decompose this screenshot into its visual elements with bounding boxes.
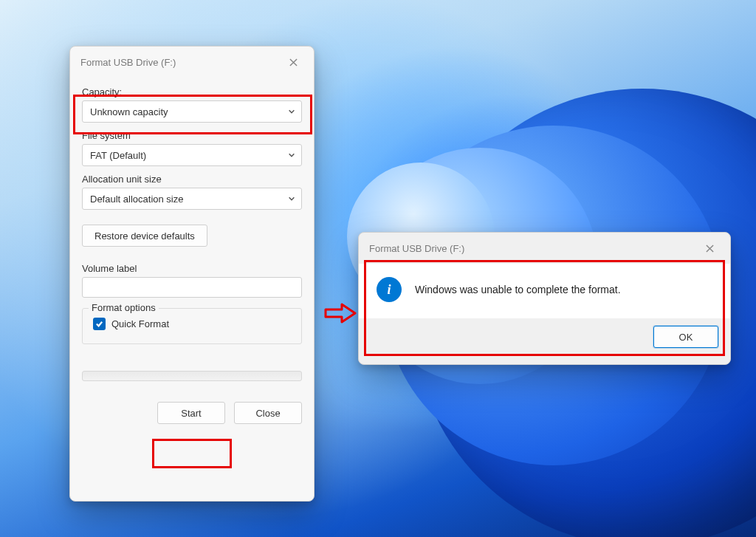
chevron-down-icon — [288, 194, 295, 205]
format-options-title: Format options — [89, 302, 159, 313]
close-button[interactable]: Close — [234, 402, 302, 424]
error-message: Windows was unable to complete the forma… — [415, 284, 621, 295]
error-dialog-titlebar[interactable]: Format USB Drive (F:) — [359, 233, 730, 264]
volume-label-label: Volume label — [82, 263, 302, 274]
format-dialog-window: Format USB Drive (F:) Capacity: Unknown … — [69, 46, 315, 502]
info-icon: i — [377, 277, 402, 302]
quick-format-label: Quick Format — [111, 318, 169, 329]
filesystem-label: File system — [82, 130, 302, 141]
alloc-label: Allocation unit size — [82, 174, 302, 185]
error-dialog-body: i Windows was unable to complete the for… — [359, 264, 730, 318]
quick-format-checkbox[interactable] — [93, 318, 106, 330]
error-dialog-window: Format USB Drive (F:) i Windows was unab… — [358, 232, 731, 365]
alloc-select[interactable]: Default allocation size — [82, 188, 302, 210]
format-progressbar — [82, 371, 302, 381]
filesystem-select[interactable]: FAT (Default) — [82, 144, 302, 166]
chevron-down-icon — [288, 150, 295, 161]
capacity-select-value: Unknown capacity — [90, 106, 168, 117]
volume-label-input[interactable] — [82, 277, 302, 298]
format-dialog-titlebar[interactable]: Format USB Drive (F:) — [70, 47, 314, 78]
alloc-select-value: Default allocation size — [90, 194, 183, 205]
close-icon[interactable] — [281, 52, 305, 72]
filesystem-select-value: FAT (Default) — [90, 150, 146, 161]
quick-format-checkbox-row[interactable]: Quick Format — [93, 318, 294, 330]
format-dialog-body: Capacity: Unknown capacity File system F… — [70, 78, 314, 434]
arrow-icon — [324, 302, 357, 324]
error-dialog-footer: OK — [359, 318, 730, 355]
capacity-select[interactable]: Unknown capacity — [82, 100, 302, 123]
format-options-group: Format options Quick Format — [82, 308, 302, 344]
ok-button[interactable]: OK — [653, 326, 718, 348]
format-button-row: Start Close — [82, 402, 302, 424]
restore-defaults-button[interactable]: Restore device defaults — [82, 225, 207, 247]
error-dialog-title: Format USB Drive (F:) — [369, 243, 464, 254]
capacity-label: Capacity: — [82, 86, 302, 98]
chevron-down-icon — [288, 106, 295, 117]
close-icon[interactable] — [698, 239, 721, 258]
format-dialog-title: Format USB Drive (F:) — [80, 57, 176, 68]
start-button[interactable]: Start — [157, 402, 225, 424]
